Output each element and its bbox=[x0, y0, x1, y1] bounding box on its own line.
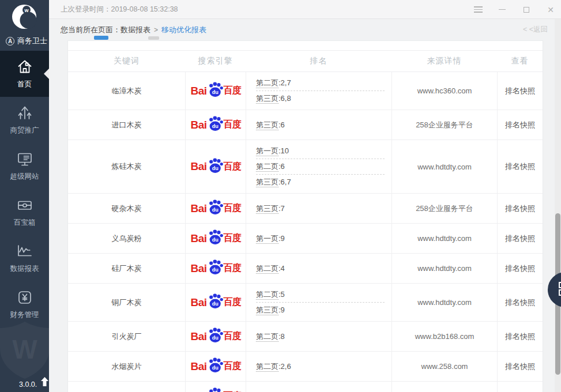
toolbox-icon bbox=[16, 197, 33, 214]
rank-entry[interactable]: 第三页:7 bbox=[256, 201, 385, 216]
baidu-paw-icon: du bbox=[208, 116, 223, 131]
rank-entry[interactable]: 第三页:9 bbox=[256, 302, 385, 318]
rank-positions: :9 bbox=[278, 234, 285, 243]
window-minimize-icon[interactable] bbox=[498, 5, 507, 14]
back-link[interactable]: < <返回 bbox=[523, 19, 548, 40]
rank-positions: :10 bbox=[278, 146, 289, 155]
engine-cell: Baidu百度 bbox=[185, 254, 246, 283]
source-text: www.b2b168.com bbox=[415, 332, 475, 341]
table-row: 临漳木炭Baidu百度第二页:2,7第三页:6,8www.hc360.com排名… bbox=[68, 72, 543, 110]
view-cell: 排名快照 bbox=[497, 352, 543, 381]
rank-entry[interactable]: 第三页:6 bbox=[256, 118, 385, 133]
rank-entry[interactable]: 第二页:2,6 bbox=[256, 359, 385, 374]
rank-snapshot-link[interactable]: 排名快照 bbox=[505, 233, 535, 244]
rank-page-label: 第二页 bbox=[256, 162, 278, 172]
sidebar: w A 商务卫士 首页商贸推广超级网站百宝箱数据报表财务管理 W 3.0.0. bbox=[0, 0, 49, 392]
rank-snapshot-link[interactable]: 排名快照 bbox=[505, 331, 535, 342]
source-cell: www.hdtdty.com bbox=[391, 254, 497, 283]
rank-cell: 第二页:4 bbox=[246, 254, 391, 283]
baidu-logo: Baidu百度 bbox=[190, 118, 240, 131]
rank-entry[interactable]: 第一页:10 bbox=[256, 144, 385, 159]
keyword-text: 炼硅木炭 bbox=[112, 161, 142, 172]
breadcrumb-section[interactable]: 数据报表 bbox=[121, 25, 150, 35]
engine-cell: Baidu百度 bbox=[185, 284, 246, 321]
rank-positions: :4 bbox=[278, 264, 285, 273]
clipped-control-blue[interactable] bbox=[94, 36, 108, 40]
rank-entry[interactable]: 第三页:6,8 bbox=[256, 91, 385, 106]
sidebar-item-data-report[interactable]: 数据报表 bbox=[0, 235, 49, 281]
source-text: www.hdtdty.com bbox=[417, 264, 472, 273]
sidebar-item-trade-promo[interactable]: 商贸推广 bbox=[0, 97, 49, 143]
keyword-cell: 临漳木炭 bbox=[68, 72, 185, 110]
source-cell: www.hdtdty.com bbox=[391, 284, 497, 321]
version-number: 3.0.0. bbox=[19, 380, 37, 389]
chart-line-icon bbox=[16, 243, 33, 260]
rank-entry[interactable]: 第二页:2,7 bbox=[256, 76, 385, 91]
source-text: 258企业服务平台 bbox=[416, 120, 473, 130]
brand-name: 商务卫士 bbox=[17, 36, 47, 46]
baidu-cjk: 百度 bbox=[224, 119, 241, 131]
rank-cell: 第二页:2,6 bbox=[246, 352, 391, 381]
table-row: 义乌炭粉Baidu百度第一页:9www.hdtdty.com排名快照 bbox=[68, 224, 543, 254]
scrollbar-track[interactable] bbox=[555, 19, 561, 392]
source-cell: www.hdtdty.com bbox=[391, 140, 497, 193]
column-header: 查看 bbox=[497, 56, 543, 66]
clipped-control-gray[interactable] bbox=[148, 36, 159, 40]
engine-cell: Baidu百度 bbox=[185, 72, 246, 110]
table-row: 水烟炭片Baidu百度第二页:2,6www.258.com排名快照 bbox=[68, 352, 543, 382]
sidebar-item-super-website[interactable]: 超级网站 bbox=[0, 143, 49, 189]
sidebar-item-home[interactable]: 首页 bbox=[0, 51, 49, 97]
rank-cell: 第一页:10第二页:6第三页:6,7 bbox=[246, 140, 391, 193]
table-body: 临漳木炭Baidu百度第二页:2,7第三页:6,8www.hc360.com排名… bbox=[68, 72, 543, 392]
rank-snapshot-link[interactable]: 排名快照 bbox=[505, 297, 535, 308]
table-row: 引火炭厂Baidu百度第二页:8www.b2b168.com排名快照 bbox=[68, 322, 543, 352]
rank-entry[interactable]: 第三页:2 bbox=[256, 389, 385, 392]
svg-text:du: du bbox=[212, 335, 218, 341]
baidu-logo: Baidu百度 bbox=[190, 232, 240, 245]
window-menu-icon[interactable] bbox=[473, 5, 483, 14]
rank-entry[interactable]: 第二页:6 bbox=[256, 159, 385, 174]
window-maximize-icon[interactable] bbox=[522, 5, 531, 14]
source-cell: 258企业服务平台 bbox=[391, 194, 497, 223]
baidu-wordmark: Bai bbox=[190, 232, 206, 245]
baidu-paw-icon: du bbox=[208, 293, 223, 309]
keyword-text: 硅厂木炭 bbox=[112, 263, 142, 274]
sidebar-item-finance[interactable]: 财务管理 bbox=[0, 281, 49, 327]
rank-cell: 第三页:6 bbox=[246, 110, 391, 140]
view-cell: 排名快照 bbox=[497, 322, 543, 351]
source-text: 258企业服务平台 bbox=[416, 203, 473, 214]
rank-snapshot-link[interactable]: 排名快照 bbox=[505, 120, 535, 130]
column-header: 关键词 bbox=[68, 56, 185, 66]
view-cell: 排名快照 bbox=[497, 194, 543, 223]
baidu-cjk: 百度 bbox=[224, 360, 241, 372]
active-item-notch bbox=[44, 69, 49, 79]
baidu-logo: Baidu百度 bbox=[190, 202, 240, 215]
rank-snapshot-link[interactable]: 排名快照 bbox=[505, 361, 535, 372]
rank-entry[interactable]: 第一页:9 bbox=[256, 231, 385, 246]
rank-snapshot-link[interactable]: 排名快照 bbox=[505, 161, 535, 172]
view-cell: 排名快照 bbox=[497, 224, 543, 253]
rank-entry[interactable]: 第二页:5 bbox=[256, 287, 385, 302]
rank-entry[interactable]: 第二页:4 bbox=[256, 261, 385, 276]
rank-cell: 第二页:8 bbox=[246, 322, 391, 351]
source-cell: www.hdtdty.com bbox=[391, 382, 497, 392]
rank-snapshot-link[interactable]: 排名快照 bbox=[505, 203, 535, 214]
baidu-wordmark: Bai bbox=[190, 160, 206, 173]
breadcrumb-current[interactable]: 移动优化报表 bbox=[161, 25, 206, 35]
baidu-wordmark: Bai bbox=[190, 202, 206, 215]
sidebar-item-label: 百宝箱 bbox=[14, 218, 36, 228]
baidu-cjk: 百度 bbox=[224, 296, 241, 308]
qr-float-button[interactable] bbox=[548, 272, 561, 307]
keyword-cell: 硅厂木炭 bbox=[68, 254, 185, 283]
sidebar-item-toolbox[interactable]: 百宝箱 bbox=[0, 189, 49, 235]
rank-snapshot-link[interactable]: 排名快照 bbox=[505, 263, 535, 274]
source-text: www.hc360.com bbox=[417, 86, 472, 95]
rank-positions: :6,7 bbox=[278, 178, 291, 186]
svg-text:w: w bbox=[24, 7, 29, 13]
finance-icon bbox=[16, 289, 33, 306]
rank-entry[interactable]: 第二页:8 bbox=[256, 329, 385, 344]
rank-entry[interactable]: 第三页:6,7 bbox=[256, 174, 385, 190]
upgrade-arrow-icon[interactable] bbox=[41, 377, 48, 389]
rank-snapshot-link[interactable]: 排名快照 bbox=[505, 86, 535, 96]
window-close-icon[interactable]: ✕ bbox=[546, 5, 555, 14]
